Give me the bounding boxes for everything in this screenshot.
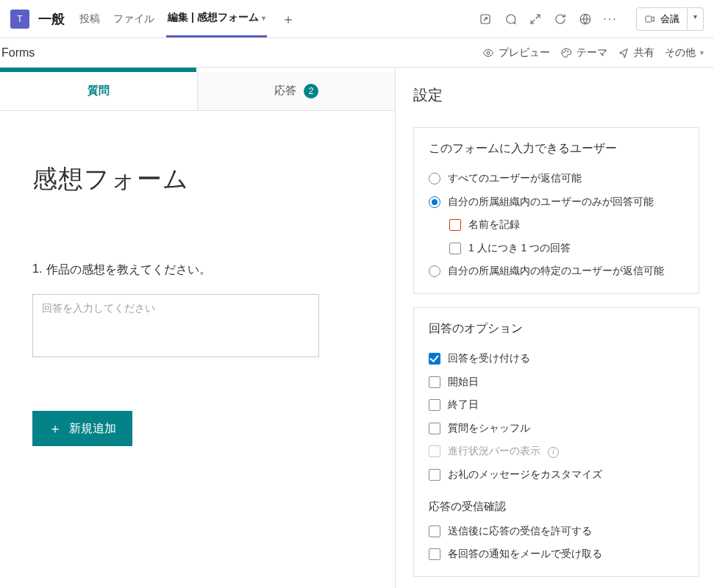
- question-block: 1. 作品の感想を教えてください。: [32, 262, 363, 359]
- meeting-button-label: 会議: [660, 12, 679, 26]
- tab-files[interactable]: ファイル: [112, 0, 156, 37]
- receipt-email[interactable]: 各回答の通知をメールで受け取る: [429, 542, 684, 566]
- channel-name[interactable]: 一般: [38, 10, 65, 28]
- chevron-down-icon[interactable]: ▾: [262, 14, 265, 22]
- answer-input[interactable]: [32, 294, 319, 357]
- option-accept[interactable]: 回答を受け付ける: [429, 347, 684, 370]
- option-start-label: 開始日: [448, 375, 684, 390]
- option-end-label: 終了日: [448, 398, 684, 412]
- plus-icon: ＋: [49, 420, 62, 437]
- add-button-label: 新規追加: [69, 421, 116, 437]
- radio-checked[interactable]: [429, 196, 440, 208]
- app-icon[interactable]: [479, 12, 492, 26]
- info-icon[interactable]: i: [548, 447, 559, 458]
- checkbox-unchecked[interactable]: [429, 526, 440, 537]
- other-button[interactable]: その他 ▾: [665, 46, 704, 60]
- who-option-org-label: 自分の所属組織内のユーザーのみが回答可能: [448, 195, 684, 209]
- forms-app-title: Forms: [0, 46, 35, 60]
- tab-edit-form-label: 編集 | 感想フォーム: [168, 11, 259, 24]
- settings-pane: 設定 このフォームに入力できるユーザー すべてのユーザーが返信可能 自分の所属組…: [396, 68, 714, 588]
- checkbox-unchecked[interactable]: [429, 548, 440, 560]
- checkbox-disabled: [429, 445, 440, 457]
- question-text[interactable]: 作品の感想を教えてください。: [46, 262, 211, 278]
- meeting-dropdown[interactable]: ▾: [688, 7, 704, 31]
- share-label: 共有: [634, 46, 654, 60]
- meeting-button[interactable]: 会議: [636, 7, 688, 31]
- checkbox-unchecked[interactable]: [449, 243, 461, 254]
- receipt-email-label: 各回答の通知をメールで受け取る: [448, 547, 684, 562]
- tab-posts[interactable]: 投稿: [78, 0, 101, 37]
- who-one-response-label: 1 人につき 1 つの回答: [468, 241, 684, 256]
- teams-tab-bar: T 一般 投稿 ファイル 編集 | 感想フォーム ▾ ＋ ··· 会議 ▾: [0, 0, 714, 38]
- receipt-allow-label: 送信後に応答の受信を許可する: [448, 524, 684, 539]
- who-one-response[interactable]: 1 人につき 1 つの回答: [429, 237, 684, 260]
- option-progress-bar: 進行状況バーの表示 i: [429, 440, 684, 463]
- option-start-date[interactable]: 開始日: [429, 370, 684, 394]
- option-end-date[interactable]: 終了日: [429, 393, 684, 417]
- group-options-title: 回答のオプション: [429, 321, 684, 337]
- who-option-anyone[interactable]: すべてのユーザーが返信可能: [429, 167, 684, 190]
- svg-point-4: [563, 51, 564, 52]
- receipt-title: 応答の受信確認: [429, 500, 684, 514]
- theme-label: テーマ: [576, 46, 607, 60]
- settings-group-who: このフォームに入力できるユーザー すべてのユーザーが返信可能 自分の所属組織内の…: [413, 127, 699, 294]
- who-record-name[interactable]: 名前を記録: [429, 213, 684, 237]
- option-progress-label: 進行状況バーの表示 i: [448, 444, 684, 459]
- tab-questions[interactable]: 質問: [0, 72, 198, 110]
- forms-toolbar: Forms プレビュー テーマ 共有 その他 ▾: [0, 38, 714, 68]
- tab-edit-form[interactable]: 編集 | 感想フォーム ▾: [166, 0, 267, 37]
- theme-button[interactable]: テーマ: [560, 46, 607, 60]
- question-number: 1.: [32, 262, 42, 278]
- option-shuffle-label: 質問をシャッフル: [448, 421, 684, 436]
- expand-icon[interactable]: [529, 12, 542, 26]
- refresh-icon[interactable]: [554, 12, 567, 26]
- svg-point-3: [487, 51, 490, 54]
- workspace: 質問 応答 2 感想フォーム 1. 作品の感想を教えてください。: [0, 68, 714, 588]
- svg-point-6: [568, 51, 568, 51]
- radio-unchecked[interactable]: [429, 265, 440, 277]
- chevron-down-icon: ▾: [700, 49, 704, 57]
- who-option-specific[interactable]: 自分の所属組織内の特定のユーザーが返信可能: [429, 259, 684, 283]
- checkbox-unchecked[interactable]: [429, 469, 440, 481]
- add-tab-button[interactable]: ＋: [282, 10, 295, 28]
- option-shuffle[interactable]: 質問をシャッフル: [429, 417, 684, 440]
- svg-point-5: [565, 50, 566, 51]
- editor-tabs: 質問 応答 2: [0, 72, 395, 111]
- svg-rect-2: [646, 16, 651, 22]
- editor-pane: 質問 応答 2 感想フォーム 1. 作品の感想を教えてください。: [0, 68, 396, 588]
- share-button[interactable]: 共有: [618, 46, 654, 60]
- option-thanks[interactable]: お礼のメッセージをカスタマイズ: [429, 463, 684, 487]
- team-avatar: T: [10, 10, 29, 29]
- who-option-specific-label: 自分の所属組織内の特定のユーザーが返信可能: [448, 264, 684, 279]
- group-who-title: このフォームに入力できるユーザー: [429, 141, 684, 157]
- checkbox-unchecked[interactable]: [429, 376, 440, 388]
- who-option-org[interactable]: 自分の所属組織内のユーザーのみが回答可能: [429, 190, 684, 214]
- checkbox-highlighted[interactable]: [449, 219, 461, 231]
- checkbox-unchecked[interactable]: [429, 423, 440, 434]
- who-option-anyone-label: すべてのユーザーが返信可能: [448, 171, 684, 186]
- other-label: その他: [665, 46, 696, 60]
- tab-responses[interactable]: 応答 2: [198, 72, 395, 110]
- settings-title: 設定: [413, 85, 699, 105]
- chat-icon[interactable]: [504, 12, 517, 26]
- checkbox-unchecked[interactable]: [429, 399, 440, 411]
- form-title[interactable]: 感想フォーム: [32, 162, 363, 196]
- radio-unchecked[interactable]: [429, 173, 440, 184]
- add-question-button[interactable]: ＋ 新規追加: [32, 411, 132, 446]
- option-accept-label: 回答を受け付ける: [448, 351, 684, 366]
- option-thanks-label: お礼のメッセージをカスタマイズ: [448, 467, 684, 482]
- preview-button[interactable]: プレビュー: [482, 46, 550, 60]
- preview-label: プレビュー: [499, 46, 550, 60]
- globe-icon[interactable]: [579, 12, 592, 26]
- receipt-allow[interactable]: 送信後に応答の受信を許可する: [429, 520, 684, 543]
- more-icon[interactable]: ···: [604, 12, 617, 26]
- checkbox-checked[interactable]: [429, 353, 440, 365]
- tab-responses-label: 応答: [274, 84, 296, 96]
- who-record-name-label: 名前を記録: [468, 218, 684, 232]
- settings-group-options: 回答のオプション 回答を受け付ける 開始日 終了日 質問をシャッフル 進行状況バ: [413, 307, 699, 577]
- response-count-badge: 2: [304, 84, 318, 98]
